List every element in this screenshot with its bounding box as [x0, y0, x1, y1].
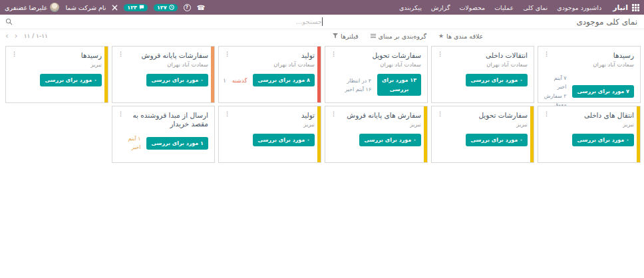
late-count[interactable]: ۱	[223, 77, 226, 84]
card-titles: تولیدسعادت آباد تهران	[273, 51, 315, 68]
search-options: فیلترها گروه‌بندی بر مبنای ★ علاقه مندی …	[333, 29, 483, 43]
kanban-card: انتقال های داخلیتبریز⋮۰ مورد برای بررسی	[538, 106, 641, 163]
card-action-button[interactable]: ۱۳ مورد برای بررسی	[377, 74, 421, 96]
card-action-button[interactable]: ۰ مورد برای بررسی	[359, 134, 421, 146]
kebab-menu-icon[interactable]: ⋮	[117, 51, 124, 57]
search-input[interactable]	[149, 17, 322, 27]
menu-item[interactable]: گزارش	[431, 4, 450, 11]
kebab-menu-icon[interactable]: ⋮	[224, 51, 231, 57]
inventory-overview-page: { "colors": { "topbar_purple": "#7b5c72"…	[0, 0, 644, 278]
card-title[interactable]: سفارشات تحویل	[372, 51, 421, 60]
user-menu[interactable]: علیرضا غضنفری	[5, 3, 59, 12]
late-link[interactable]: گذشته	[232, 77, 247, 84]
card-action-button[interactable]: ۰ مورد برای بررسی	[466, 74, 528, 86]
kebab-menu-icon[interactable]: ⋮	[330, 51, 337, 57]
app-name[interactable]: انبار	[613, 3, 628, 12]
card-action-button[interactable]: ۰ مورد برای بررسی	[146, 74, 208, 86]
card-title[interactable]: رسیدها	[593, 51, 634, 60]
card-title[interactable]: سفارش های پایانه فروش	[347, 111, 421, 120]
developer-tools-icon[interactable]	[112, 5, 118, 11]
card-titles: تولیدتبریز	[301, 111, 315, 128]
kebab-menu-icon[interactable]: ⋮	[224, 111, 231, 117]
kanban-card: تولیدسعادت آباد تهران⋮۸ مورد برای بررسیگ…	[218, 46, 321, 103]
filters-label: فیلترها	[341, 33, 359, 40]
card-location: سعادت آباد تهران	[142, 61, 208, 68]
card-stat[interactable]: ۱۶ آیتم اخیر	[345, 85, 371, 94]
card-status-stripe	[317, 47, 321, 102]
systray: ☎ ? ۱۲۷ ۱۲۳ نام شرکت شما علیرضا غض	[5, 3, 205, 12]
kebab-menu-icon[interactable]: ⋮	[543, 111, 550, 117]
card-body: ۰ مورد برای بررسی	[117, 74, 208, 86]
menu-item[interactable]: داشبورد موجودی	[557, 4, 601, 11]
kanban-card: رسیدهاسعادت آباد تهران⋮۷ مورد برای بررسی…	[538, 46, 641, 103]
kebab-menu-icon[interactable]: ⋮	[117, 111, 124, 117]
card-action-button[interactable]: ۰ مورد برای بررسی	[466, 134, 528, 146]
user-avatar	[50, 3, 59, 12]
card-body: ۸ مورد برای بررسیگذشته۱	[224, 74, 315, 86]
kebab-menu-icon[interactable]: ⋮	[11, 51, 18, 57]
card-title[interactable]: ارسال از مبدا فروشنده به مقصد خریدار	[124, 111, 208, 128]
card-body: ۰ مورد برای بررسی	[543, 134, 634, 146]
kanban-card: تولیدتبریز⋮۰ مورد برای بررسی	[218, 106, 321, 163]
company-switcher[interactable]: نام شرکت شما	[65, 4, 106, 11]
navbar-right-group: انبار داشبورد موجودینمای کلیعملیاتمحصولا…	[395, 3, 639, 12]
kanban-card: رسیدهاتبریز⋮۰ مورد برای بررسی	[5, 46, 108, 103]
kebab-menu-icon[interactable]: ⋮	[436, 51, 444, 57]
menu-item[interactable]: نمای کلی	[523, 4, 548, 11]
card-stats: ۱ آیتم اخیر	[117, 134, 140, 152]
card-location: تبریز	[301, 121, 315, 128]
card-title[interactable]: تولید	[301, 111, 315, 120]
activities-badge[interactable]: ۱۲۷	[154, 4, 178, 11]
search-icon[interactable]	[5, 18, 13, 25]
card-title[interactable]: انتقال های داخلی	[584, 111, 634, 120]
card-location: تبریز	[347, 121, 421, 128]
menu-item[interactable]: پیکربندی	[399, 4, 422, 11]
card-action-button[interactable]: ۷ مورد برای بررسی	[572, 85, 634, 98]
card-title[interactable]: سفارشات پایانه فروش	[142, 51, 208, 60]
card-action-button[interactable]: ۸ مورد برای بررسی	[253, 74, 315, 86]
app-menu: داشبورد موجودینمای کلیعملیاتمحصولاتگزارش…	[395, 4, 606, 11]
messages-badge[interactable]: ۱۲۳	[124, 4, 148, 11]
search-panel: نمای کلی موجودی	[0, 15, 644, 29]
filters-button[interactable]: فیلترها	[333, 33, 359, 40]
groupby-button[interactable]: گروه‌بندی بر مبنای	[371, 33, 426, 40]
pager-range[interactable]: ۱۱ / ۱-۱۱	[24, 33, 48, 39]
menu-item[interactable]: محصولات	[459, 4, 485, 11]
card-header: تولیدتبریز⋮	[224, 111, 315, 128]
kebab-menu-icon[interactable]: ⋮	[543, 51, 550, 57]
card-stat[interactable]: ۴ در انتظار	[345, 76, 371, 85]
menu-item[interactable]: عملیات	[494, 4, 514, 11]
star-icon: ★	[438, 33, 444, 39]
card-stat[interactable]: ۷ آیتم اخیر	[543, 74, 566, 91]
card-action-button[interactable]: ۰ مورد برای بررسی	[40, 74, 102, 86]
card-title[interactable]: انتقالات داخلی	[486, 51, 528, 60]
card-location: تبریز	[584, 121, 634, 128]
kanban-card: سفارشات تحویلتبریز⋮۰ مورد برای بررسی	[431, 106, 534, 163]
card-title[interactable]: سفارشات تحویل	[478, 111, 528, 120]
apps-grid-icon[interactable]	[632, 4, 639, 11]
activities-count: ۱۲۷	[157, 5, 167, 11]
pager-previous-icon[interactable]: ‹	[5, 32, 9, 40]
card-title[interactable]: تولید	[273, 51, 315, 60]
card-stat[interactable]: ۱ آیتم اخیر	[117, 134, 140, 152]
card-titles: انتقال های داخلیتبریز	[584, 111, 634, 128]
phone-icon[interactable]: ☎	[197, 4, 205, 11]
page-title: نمای کلی موجودی	[576, 17, 637, 27]
card-location: سعادت آباد تهران	[273, 61, 315, 68]
card-title[interactable]: رسیدها	[81, 51, 102, 60]
card-action-button[interactable]: ۰ مورد برای بررسی	[253, 134, 315, 146]
card-action-button[interactable]: ۰ مورد برای بررسی	[572, 134, 634, 146]
kebab-menu-icon[interactable]: ⋮	[436, 111, 444, 117]
kanban-card: سفارشات تحویلسعادت آباد تهران⋮۱۳ مورد بر…	[325, 46, 428, 103]
pager-next-icon[interactable]: ›	[15, 32, 18, 40]
card-body: ۱۳ مورد برای بررسی۴ در انتظار۱۶ آیتم اخی…	[330, 74, 421, 96]
groupby-label: گروه‌بندی بر مبنای	[379, 33, 426, 40]
card-header: سفارشات تحویلتبریز⋮	[436, 111, 528, 128]
card-action-button[interactable]: ۱ مورد برای بررسی	[146, 137, 208, 150]
card-status-stripe	[637, 106, 640, 162]
help-icon[interactable]: ?	[184, 4, 191, 11]
card-titles: سفارشات تحویلسعادت آباد تهران	[372, 51, 421, 68]
pager: ‹ › ۱۱ / ۱-۱۱	[5, 29, 48, 43]
kebab-menu-icon[interactable]: ⋮	[330, 111, 337, 117]
favorites-button[interactable]: ★ علاقه مندی ها	[438, 33, 483, 40]
